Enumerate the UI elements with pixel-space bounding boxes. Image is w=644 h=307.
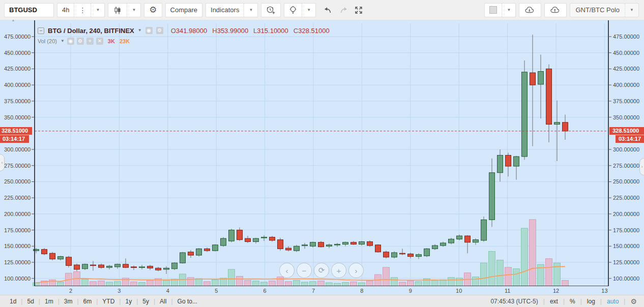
range-button-ytd[interactable]: YTD bbox=[98, 298, 119, 305]
close-value: 328.51000 bbox=[298, 27, 329, 35]
right-scale-handle[interactable]: › bbox=[639, 158, 644, 175]
legend: − BTG / Dollar, 240, BITFINEX ▼ ◉ ⚙ O341… bbox=[38, 26, 330, 45]
layout-selector[interactable]: GNT/BTC Polo bbox=[570, 4, 625, 17]
price-axis-left[interactable]: 475.00000450.00000425.00000400.00000375.… bbox=[0, 20, 32, 286]
price-tick-left: 425.00000 bbox=[4, 66, 31, 72]
price-tick-right: 225.00000 bbox=[613, 195, 639, 201]
volume-eye-icon[interactable]: ◉ bbox=[67, 38, 74, 45]
zoom-out-button[interactable]: − bbox=[297, 263, 312, 278]
range-button-5d[interactable]: 5d bbox=[22, 298, 38, 305]
bottom-settings-gear-icon[interactable]: ⚙ bbox=[625, 297, 639, 305]
fullscreen-icon[interactable] bbox=[352, 3, 366, 17]
time-tick: 9 bbox=[409, 288, 412, 294]
volume-caret-icon[interactable]: ▼ bbox=[61, 39, 65, 43]
price-tick-left: 225.00000 bbox=[4, 195, 31, 201]
legend-collapse-icon[interactable]: − bbox=[38, 27, 44, 34]
cloud-save-icon[interactable] bbox=[545, 4, 566, 17]
time-tick: 6 bbox=[264, 288, 267, 294]
price-tick-left: 350.00000 bbox=[4, 114, 31, 120]
symbol-input[interactable]: BTGUSD bbox=[4, 3, 54, 17]
volume-study-label[interactable]: Vol (20) bbox=[38, 38, 57, 44]
price-tick-right: 175.00000 bbox=[613, 227, 639, 233]
open-label: O bbox=[171, 27, 176, 35]
interval-menu-dots-icon[interactable]: ⋮ bbox=[74, 4, 91, 17]
price-tick-right: 475.00000 bbox=[613, 34, 639, 40]
price-tick-left: 275.00000 bbox=[4, 163, 31, 169]
bottom-toolbar: 1d|5d|1m|3m|6m|YTD|1y|5y|All|Go to... 07… bbox=[0, 295, 644, 307]
range-button-1y[interactable]: 1y bbox=[121, 298, 136, 305]
price-tick-left: 475.00000 bbox=[4, 34, 31, 40]
chart-properties-gear-icon[interactable]: ⚙ bbox=[144, 4, 161, 17]
time-tick: 4 bbox=[166, 288, 169, 294]
auto-scale-toggle[interactable]: auto bbox=[602, 298, 624, 305]
indicators-button[interactable]: Indicators bbox=[206, 4, 244, 17]
theme-caret-icon[interactable]: ▼ bbox=[502, 4, 515, 17]
volume-add-icon[interactable]: + bbox=[86, 38, 94, 45]
range-button-1m[interactable]: 1m bbox=[40, 298, 58, 305]
volume-gear-icon[interactable]: ⚙ bbox=[77, 38, 84, 45]
log-scale-toggle[interactable]: log bbox=[582, 298, 600, 305]
reset-view-button[interactable]: ⟳ bbox=[314, 263, 329, 278]
time-tick: 5 bbox=[215, 288, 218, 294]
cloud-load-icon[interactable] bbox=[519, 4, 541, 17]
price-tick-right: 450.00000 bbox=[613, 50, 639, 56]
price-axis-right[interactable]: 475.00000450.00000425.00000400.00000375.… bbox=[611, 20, 643, 286]
background-theme-swatch[interactable] bbox=[485, 4, 502, 17]
price-tick-left: 400.00000 bbox=[4, 82, 31, 88]
price-tick-left: 200.00000 bbox=[4, 211, 31, 217]
price-tick-right: 150.00000 bbox=[613, 243, 639, 249]
time-tick: 7 bbox=[312, 288, 315, 294]
range-button-5y[interactable]: 5y bbox=[138, 298, 154, 305]
volume-value: 3K bbox=[108, 38, 115, 44]
series-title-caret-icon[interactable]: ▼ bbox=[138, 28, 142, 33]
candle-countdown-left: 03:14:17 bbox=[0, 135, 29, 143]
time-tick: 3 bbox=[118, 288, 121, 294]
toolbar-collapse-caret-icon[interactable]: ▲ bbox=[8, 18, 19, 22]
chart-canvas[interactable] bbox=[0, 20, 644, 286]
undo-icon[interactable] bbox=[321, 3, 335, 17]
time-axis[interactable]: 2345678910111213 bbox=[0, 286, 644, 295]
interval-button[interactable]: 4h bbox=[57, 4, 74, 17]
time-tick: 11 bbox=[505, 288, 510, 294]
price-tick-right: 425.00000 bbox=[613, 66, 639, 72]
ideas-caret-icon[interactable]: ▼ bbox=[302, 4, 315, 17]
left-scale-handle[interactable]: ‹ bbox=[0, 154, 5, 171]
interval-dropdown-caret-icon[interactable]: ▼ bbox=[91, 4, 104, 17]
compare-button[interactable]: Compare bbox=[166, 4, 202, 17]
scroll-right-button[interactable]: › bbox=[348, 263, 364, 278]
candle-countdown-right: 03:14:17 bbox=[616, 135, 644, 143]
high-value: 353.99000 bbox=[217, 27, 248, 35]
percent-scale-toggle[interactable]: % bbox=[565, 298, 580, 305]
indicators-caret-icon[interactable]: ▼ bbox=[244, 4, 257, 17]
volume-close-icon[interactable]: ✕ bbox=[96, 38, 103, 45]
layout-caret-icon[interactable]: ▼ bbox=[625, 4, 638, 17]
range-button-all[interactable]: All bbox=[155, 298, 171, 305]
price-tick-right: 200.00000 bbox=[613, 211, 639, 217]
scroll-left-button[interactable]: ‹ bbox=[279, 263, 295, 278]
high-label: H bbox=[212, 27, 217, 35]
range-button-6m[interactable]: 6m bbox=[79, 298, 97, 305]
last-price-label-right: 328.51000 bbox=[609, 127, 644, 135]
chart-style-caret-icon[interactable]: ▼ bbox=[127, 4, 140, 17]
price-tick-right: 350.00000 bbox=[613, 114, 639, 120]
clock-timezone[interactable]: 07:45:43 (UTC-5) bbox=[485, 298, 543, 305]
series-settings-gear-icon[interactable]: ⚙ bbox=[156, 27, 163, 34]
price-tick-left: 125.00000 bbox=[4, 259, 31, 265]
ext-hours-toggle[interactable]: ext bbox=[545, 298, 563, 305]
range-button-3m[interactable]: 3m bbox=[60, 298, 77, 305]
price-tick-right: 300.00000 bbox=[613, 146, 639, 152]
price-tick-left: 300.00000 bbox=[4, 146, 31, 152]
zoom-in-button[interactable]: + bbox=[331, 263, 346, 278]
series-title[interactable]: BTG / Dollar, 240, BITFINEX bbox=[48, 27, 134, 35]
low-value: 315.10000 bbox=[257, 27, 288, 35]
add-alert-icon[interactable] bbox=[261, 4, 280, 17]
time-tick: 12 bbox=[553, 288, 559, 294]
price-tick-right: 100.00000 bbox=[613, 275, 639, 282]
price-tick-right: 275.00000 bbox=[613, 163, 639, 169]
chart-style-candles-icon[interactable] bbox=[108, 4, 127, 17]
range-button-1d[interactable]: 1d bbox=[5, 298, 21, 305]
range-button-goto[interactable]: Go to... bbox=[173, 298, 202, 305]
top-toolbar: BTGUSD 4h ⋮ ▼ ▼ ⚙ Compare Indica bbox=[0, 0, 644, 20]
ideas-bulb-icon[interactable] bbox=[284, 4, 302, 17]
series-eye-icon[interactable]: ◉ bbox=[145, 27, 153, 34]
